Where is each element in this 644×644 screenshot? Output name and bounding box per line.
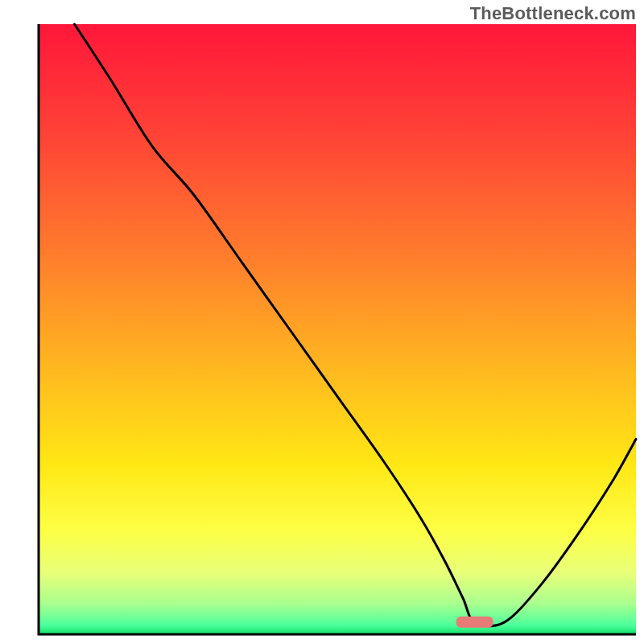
chart-stage: TheBottleneck.com bbox=[0, 0, 644, 644]
minimum-marker bbox=[456, 617, 493, 628]
plot-background bbox=[39, 24, 636, 634]
bottleneck-chart bbox=[0, 0, 644, 644]
